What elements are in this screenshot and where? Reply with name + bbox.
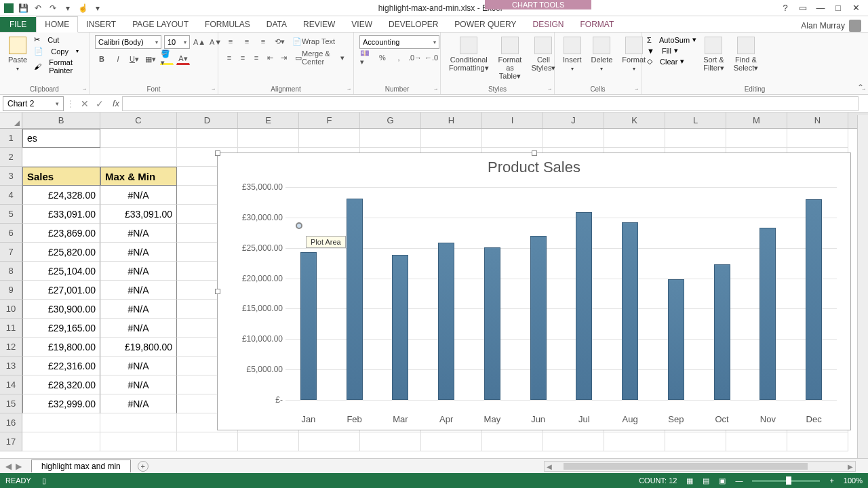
cell-B17[interactable] [22,432,100,451]
tab-view[interactable]: VIEW [343,17,380,32]
tab-review[interactable]: REVIEW [295,17,343,32]
cell-J1[interactable] [543,129,604,148]
cell-I1[interactable] [482,129,543,148]
row-header[interactable]: 7 [0,243,22,262]
row-header[interactable]: 12 [0,338,22,357]
align-right-icon[interactable]: ≡ [251,52,262,64]
cell-K1[interactable] [604,129,665,148]
orientation-icon[interactable]: ⟲▾ [273,35,286,47]
insert-cells-button[interactable]: Insert▾ [560,35,585,73]
align-bottom-icon[interactable]: ≡ [256,35,270,47]
chart-bar[interactable] [347,199,363,400]
row-header[interactable]: 3 [0,167,22,186]
zoom-level[interactable]: 100% [844,476,863,485]
cell-C17[interactable] [100,432,177,451]
cell-D17[interactable] [177,432,238,451]
find-select-button[interactable]: Find & Select▾ [731,35,762,74]
cell-M17[interactable] [726,432,787,451]
qat-more-icon[interactable]: ▾ [62,3,73,14]
column-header[interactable]: H [421,113,482,128]
cell-N17[interactable] [787,432,848,451]
column-header[interactable]: J [543,113,604,128]
column-header[interactable]: E [238,113,299,128]
column-header[interactable]: M [726,113,787,128]
cell-C13[interactable]: #N/A [100,357,177,375]
row-header[interactable]: 10 [0,300,22,319]
cell-C11[interactable]: #N/A [100,319,177,338]
cell-B14[interactable]: £28,320.00 [22,375,100,394]
align-center-icon[interactable]: ≡ [237,52,248,64]
chart-bar[interactable] [576,212,592,400]
cell-C14[interactable]: #N/A [100,375,177,394]
autosum-button[interactable]: Σ AutoSum▾ [647,35,696,44]
save-icon[interactable]: 💾 [18,3,28,14]
sheet-tab-active[interactable]: highlight max and min [31,460,131,472]
collapse-ribbon-icon[interactable]: ⌃ [857,83,864,92]
column-header[interactable]: K [604,113,665,128]
chart-bar[interactable] [806,199,822,400]
cell-C6[interactable]: #N/A [100,224,177,243]
wrap-text-button[interactable]: 📄 Wrap Text [289,35,338,47]
formula-bar[interactable] [122,96,859,111]
font-color-button[interactable]: A▾ [176,53,190,65]
tab-design[interactable]: DESIGN [524,17,572,32]
minimize-icon[interactable]: — [815,3,826,14]
touch-mode-icon[interactable]: ☝ [77,3,88,14]
row-header[interactable]: 17 [0,432,22,451]
cell-C8[interactable]: #N/A [100,262,177,281]
align-middle-icon[interactable]: ≡ [240,35,254,47]
cell-B11[interactable]: £29,165.00 [22,319,100,338]
chart-bar[interactable] [622,222,638,400]
fx-icon[interactable]: fx [110,98,122,108]
paste-button[interactable]: Paste▾ [5,35,30,73]
row-header[interactable]: 4 [0,186,22,205]
column-header[interactable]: F [299,113,360,128]
font-size-combo[interactable]: 10▾ [164,35,190,49]
zoom-in-icon[interactable]: + [829,476,833,485]
tab-page-layout[interactable]: PAGE LAYOUT [124,17,197,32]
cell-B5[interactable]: £33,091.00 [22,205,100,224]
percent-format-icon[interactable]: % [376,52,389,64]
scroll-left-icon[interactable]: ◀ [545,463,554,470]
cell-B15[interactable]: £32,999.00 [22,394,100,413]
row-header[interactable]: 13 [0,357,22,375]
macro-record-icon[interactable]: ▯ [42,476,46,485]
cell-B6[interactable]: £23,869.00 [22,224,100,243]
clear-button[interactable]: ◇ Clear▾ [647,57,696,66]
cell-C3[interactable]: Max & Min [100,167,177,186]
scroll-right-icon[interactable]: ▶ [846,463,855,470]
cell-M1[interactable] [726,129,787,148]
tab-power-query[interactable]: POWER QUERY [446,17,524,32]
chart-resize-handle[interactable] [532,150,537,156]
view-normal-icon[interactable]: ▦ [686,476,693,485]
column-header[interactable]: L [665,113,726,128]
cell-H1[interactable] [421,129,482,148]
tab-data[interactable]: DATA [258,17,295,32]
column-header[interactable]: I [482,113,543,128]
chart-resize-handle[interactable] [215,289,220,294]
increase-indent-icon[interactable]: ⇥ [278,52,289,64]
chart-bar[interactable] [760,228,776,400]
cell-F1[interactable] [299,129,360,148]
sheet-nav-next-icon[interactable]: ▶ [16,462,22,471]
cut-button[interactable]: ✂ Cut [34,35,83,44]
delete-cells-button[interactable]: Delete▾ [589,35,616,73]
cell-K17[interactable] [604,432,665,451]
row-header[interactable]: 16 [0,413,22,432]
cell-C4[interactable]: #N/A [100,186,177,205]
horizontal-scrollbar[interactable]: ◀ ▶ [544,461,856,472]
column-header[interactable]: C [100,113,177,128]
chart-bar[interactable] [668,279,684,400]
cell-H17[interactable] [421,432,482,451]
fill-button[interactable]: ▼ Fill▾ [647,46,696,55]
cell-B10[interactable]: £30,900.00 [22,300,100,319]
merge-center-button[interactable]: ▭ Merge & Center▾ [292,52,348,64]
cell-C5[interactable]: £33,091.00 [100,205,177,224]
scrollbar-thumb[interactable] [564,463,808,470]
close-icon[interactable]: ✕ [850,3,861,14]
number-format-combo[interactable]: Accounting▾ [359,35,439,49]
chart-bar[interactable] [484,247,500,400]
column-header[interactable]: G [360,113,421,128]
qat-customize-icon[interactable]: ▾ [92,3,103,14]
row-header[interactable]: 15 [0,394,22,413]
